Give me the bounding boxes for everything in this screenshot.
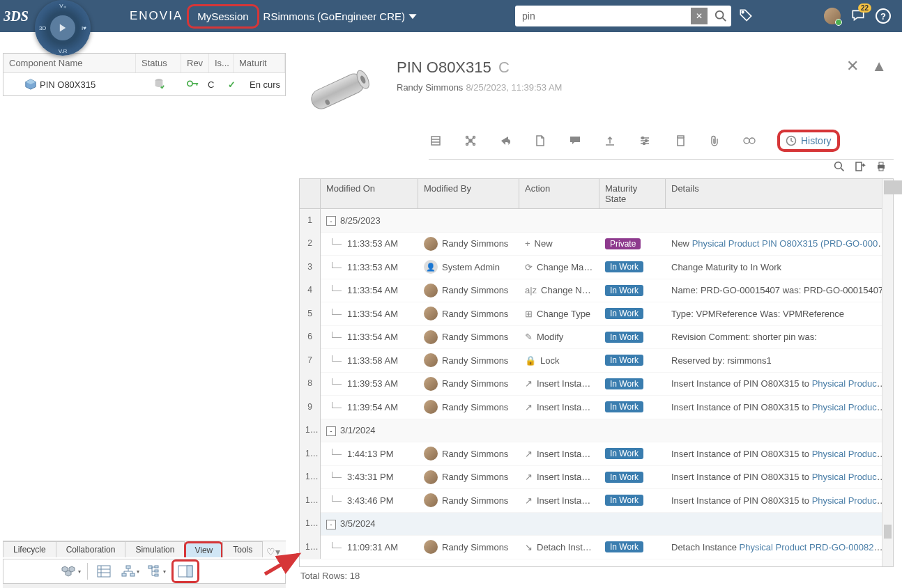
svg-rect-10 <box>197 83 198 86</box>
col-name[interactable]: Component Name <box>3 54 136 72</box>
history-row[interactable]: 6 11:33:54 AM Randy Simmons ✎Modify In W… <box>300 326 893 350</box>
svg-rect-18 <box>126 566 130 568</box>
copy-icon[interactable] <box>673 134 687 148</box>
history-row[interactable]: 4 11:33:54 AM Randy Simmons a|zChange Na… <box>300 279 893 303</box>
tool-detail-panel[interactable] <box>171 559 199 583</box>
properties-icon[interactable] <box>429 134 443 148</box>
col-modified-by[interactable]: Modified By <box>418 179 519 208</box>
date-group-row[interactable]: 1-8/25/2023 <box>300 209 893 233</box>
date-group-row[interactable]: 14-3/5/2024 <box>300 513 893 536</box>
svg-point-46 <box>744 138 749 144</box>
history-row[interactable]: 13 3:43:46 PM Randy Simmons ↗Insert Inst… <box>300 489 893 513</box>
comment-icon[interactable] <box>568 134 582 148</box>
tag-button[interactable] <box>738 8 754 25</box>
tool-cubes[interactable] <box>59 562 83 581</box>
collapse-button[interactable]: ▲ <box>871 57 887 75</box>
tool-tree[interactable] <box>145 562 169 581</box>
history-row[interactable]: 15 11:09:31 AM Randy Simmons ↘Detach Ins… <box>300 536 893 559</box>
part-icon <box>24 78 37 91</box>
document-icon[interactable] <box>533 134 547 148</box>
svg-point-8 <box>188 81 192 86</box>
db-icon <box>153 77 165 90</box>
my-session-button[interactable]: MySession <box>187 4 259 29</box>
detail-meta: Randy Simmons8/25/2023, 11:39:53 AM <box>397 82 562 93</box>
help-button[interactable]: ? <box>876 8 891 24</box>
close-button[interactable]: ✕ <box>846 57 859 75</box>
history-row[interactable]: 9 11:39:54 AM Randy Simmons ↗Insert Inst… <box>300 396 893 419</box>
svg-rect-23 <box>155 570 158 572</box>
history-tab[interactable]: History <box>777 130 840 152</box>
svg-rect-52 <box>879 162 883 165</box>
total-rows-label: Total Rows: 18 <box>300 571 360 581</box>
col-maturity-state[interactable]: Maturity State <box>599 179 666 208</box>
date-group-row[interactable]: 10-3/1/2024 <box>300 419 893 443</box>
user-context-dropdown[interactable]: RSimmons (GoEngineer CRE) <box>263 10 418 22</box>
part-thumbnail <box>299 59 383 121</box>
history-row[interactable]: 3 11:33:53 AM 👤System Admin ⟳Change Matu… <box>300 256 893 279</box>
col-modified-on[interactable]: Modified On <box>321 179 418 208</box>
tree-row[interactable]: PIN O80X315 C ✓ En curs <box>3 73 285 95</box>
detail-panel: PIN O80X315 C Randy Simmons8/25/2023, 11… <box>289 53 894 584</box>
tab-tools[interactable]: Tools <box>222 541 263 557</box>
table-search-icon[interactable] <box>834 161 845 174</box>
v-scrollbar[interactable] <box>882 179 893 566</box>
history-row[interactable]: 12 3:43:31 PM Randy Simmons ↗Insert Inst… <box>300 466 893 490</box>
upload-icon[interactable] <box>603 134 617 148</box>
svg-rect-14 <box>98 566 110 577</box>
col-action[interactable]: Action <box>519 179 599 208</box>
col-is[interactable]: Is... <box>209 54 234 72</box>
notifications-button[interactable]: 22 <box>850 8 866 25</box>
svg-rect-26 <box>187 566 192 577</box>
history-row[interactable]: 7 11:33:58 AM Randy Simmons 🔒Lock In Wor… <box>300 349 893 373</box>
settings-icon[interactable] <box>638 134 652 148</box>
col-details[interactable]: Details <box>666 179 893 208</box>
svg-line-50 <box>841 168 843 171</box>
col-maturity[interactable]: Maturit <box>234 54 285 72</box>
search-input[interactable] <box>515 10 691 22</box>
history-row[interactable]: 8 11:39:53 AM Randy Simmons ↗Insert Inst… <box>300 373 893 396</box>
history-row[interactable]: 5 11:33:54 AM Randy Simmons ⊞Change Type… <box>300 302 893 326</box>
top-bar: 3DS V₊3DI♥V.R ENOVIA MySession RSimmons … <box>0 0 902 32</box>
clock-icon <box>786 135 797 146</box>
tab-view[interactable]: View <box>184 541 223 557</box>
col-status[interactable]: Status <box>136 54 181 72</box>
tab-simulation[interactable]: Simulation <box>125 541 185 557</box>
relations-icon[interactable] <box>464 134 477 148</box>
history-row[interactable]: 2 11:33:53 AM Randy Simmons +New Private… <box>300 233 893 256</box>
bottom-toolbar <box>3 559 286 584</box>
favorite-icon[interactable]: ♡▾ <box>266 546 280 557</box>
attachment-icon[interactable] <box>708 134 721 148</box>
chevron-down-icon <box>408 11 418 21</box>
tree-header: Component Name Status Rev Is... Maturit <box>3 54 285 73</box>
tab-lifecycle[interactable]: Lifecycle <box>3 541 56 557</box>
tool-list[interactable] <box>92 562 116 581</box>
svg-marker-0 <box>60 24 66 31</box>
svg-point-43 <box>645 140 648 142</box>
svg-point-2 <box>716 11 724 19</box>
col-rev[interactable]: Rev <box>181 54 209 72</box>
svg-rect-20 <box>130 573 135 576</box>
user-avatar[interactable] <box>824 8 841 24</box>
history-row[interactable]: 11 1:44:13 PM Randy Simmons ↗Insert Inst… <box>300 442 893 466</box>
share-icon[interactable] <box>498 134 512 148</box>
h-scrollbar[interactable] <box>3 584 286 588</box>
tab-collaboration[interactable]: Collaboration <box>56 541 126 557</box>
svg-rect-21 <box>148 566 152 568</box>
detail-title: PIN O80X315 C <box>397 59 562 77</box>
notification-count: 22 <box>858 3 871 13</box>
search-clear-button[interactable]: ✕ <box>691 8 708 24</box>
svg-rect-31 <box>431 137 440 145</box>
svg-rect-45 <box>678 138 684 146</box>
history-table-header: Modified On Modified By Action Maturity … <box>300 179 893 209</box>
print-icon[interactable] <box>876 161 887 174</box>
compass-widget[interactable]: V₊3DI♥V.R <box>35 0 91 56</box>
ds-logo[interactable]: 3DS <box>0 0 32 32</box>
rev-value: C <box>202 79 220 90</box>
svg-rect-22 <box>155 566 158 568</box>
version-icon[interactable] <box>742 134 756 148</box>
key-icon <box>187 79 199 88</box>
export-icon[interactable] <box>855 161 866 174</box>
search-button[interactable] <box>710 6 731 26</box>
history-table: Modified On Modified By Action Maturity … <box>299 178 894 567</box>
tool-hierarchy[interactable] <box>119 562 142 581</box>
